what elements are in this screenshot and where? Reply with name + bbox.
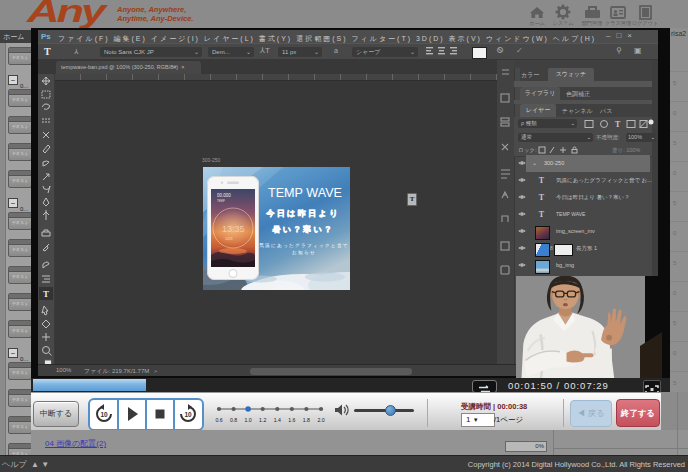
svg-text:ログアウト: ログアウト bbox=[632, 20, 659, 26]
svg-text:1.8: 1.8 bbox=[303, 417, 310, 423]
svg-text:1.0: 1.0 bbox=[244, 417, 251, 423]
svg-text:暑い？寒い？: 暑い？寒い？ bbox=[271, 224, 334, 234]
svg-text:今日は昨日より: 今日は昨日より bbox=[265, 209, 339, 218]
svg-text:13:35: 13:35 bbox=[222, 224, 245, 234]
svg-text:10: 10 bbox=[100, 411, 108, 418]
svg-text:00.000: 00.000 bbox=[217, 193, 231, 198]
svg-text:T: T bbox=[43, 289, 49, 299]
svg-text:TEMP: TEMP bbox=[217, 199, 225, 203]
svg-text:1.2: 1.2 bbox=[259, 417, 266, 423]
svg-text:ホーム: ホーム bbox=[530, 20, 545, 26]
svg-text:1.4: 1.4 bbox=[274, 417, 281, 423]
svg-text:10: 10 bbox=[184, 411, 192, 418]
svg-text:0.8: 0.8 bbox=[230, 417, 237, 423]
svg-text:10/23: 10/23 bbox=[225, 237, 233, 241]
svg-text:TEMP WAVE: TEMP WAVE bbox=[268, 186, 342, 200]
svg-text:T: T bbox=[615, 120, 621, 129]
svg-text:部門管理: 部門管理 bbox=[582, 20, 603, 27]
svg-text:0.6: 0.6 bbox=[215, 417, 222, 423]
svg-text:お知らせ: お知らせ bbox=[292, 250, 316, 255]
svg-text:気温にあったグラフィックと音で: 気温にあったグラフィックと音で bbox=[259, 242, 349, 249]
svg-text:1.6: 1.6 bbox=[288, 417, 295, 423]
svg-text:システム: システム bbox=[552, 20, 573, 26]
svg-text:クラス管理: クラス管理 bbox=[605, 20, 631, 27]
svg-text:2.0: 2.0 bbox=[317, 417, 324, 423]
